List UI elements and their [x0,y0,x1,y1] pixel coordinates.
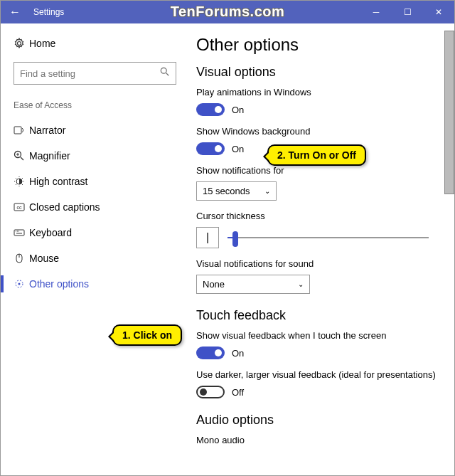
setting-touch-darker: Use darker, larger visual feedback (idea… [196,369,450,398]
search-icon [160,67,170,80]
mouse-icon [14,253,29,264]
closed-captions-icon: cc [14,201,29,213]
chevron-down-icon: ⌄ [264,187,270,195]
sidebar-item-mouse[interactable]: Mouse [1,245,189,271]
sidebar-item-label: Mouse [29,253,59,264]
sidebar-item-label: Keyboard [29,227,72,238]
home-nav[interactable]: Home [1,33,189,53]
search-box[interactable] [14,62,176,85]
keyboard-icon [14,227,29,238]
setting-cursor-thickness: Cursor thickness | [196,211,450,248]
svg-point-0 [161,68,166,73]
magnifier-icon [14,150,29,162]
setting-label: Play animations in Windows [196,87,450,97]
sidebar: Home Ease of Access Narrator Magnifier H… [1,23,189,475]
touch-visual-toggle[interactable] [196,347,225,359]
notifications-dropdown[interactable]: 15 seconds ⌄ [196,181,277,201]
svg-rect-2 [14,127,21,134]
sidebar-item-narrator[interactable]: Narrator [1,117,189,143]
show-background-toggle[interactable] [196,142,225,155]
sidebar-item-label: High contrast [29,176,87,187]
play-animations-toggle[interactable] [196,103,225,116]
svg-point-18 [18,283,21,285]
sidebar-item-label: Magnifier [29,150,70,162]
back-button[interactable]: ← [1,6,29,18]
sidebar-item-high-contrast[interactable]: High contrast [1,169,189,194]
scrollbar-thumb[interactable] [444,31,454,194]
visual-notifications-dropdown[interactable]: None ⌄ [196,275,310,294]
window-controls: ─ ☐ ✕ [360,1,454,23]
cursor-thickness-slider[interactable] [228,237,429,238]
setting-label: Cursor thickness [196,211,450,221]
sidebar-item-closed-captions[interactable]: cc Closed captions [1,194,189,220]
audio-options-heading: Audio options [196,413,450,428]
svg-line-4 [21,157,23,160]
toggle-state: Off [232,387,244,398]
minimize-button[interactable]: ─ [360,1,392,23]
setting-touch-visual: Show visual feedback when I touch the sc… [196,330,450,359]
touch-feedback-heading: Touch feedback [196,308,450,323]
setting-label: Show notifications for [196,165,450,176]
callout-2: 2. Turn On or Off [267,144,366,166]
window-title: Settings [33,7,64,17]
sidebar-item-label: Narrator [29,125,65,136]
slider-thumb[interactable] [232,231,238,247]
sidebar-item-other-options[interactable]: Other options [1,271,189,297]
page-title: Other options [196,35,450,55]
titlebar: ← Settings ─ ☐ ✕ [1,1,454,23]
scrollbar[interactable] [444,31,454,475]
visual-options-heading: Visual options [196,65,450,80]
setting-notifications-duration: Show notifications for 15 seconds ⌄ [196,165,450,201]
setting-label: Show visual feedback when I touch the sc… [196,330,450,341]
mono-audio-label: Mono audio [196,435,450,445]
chevron-down-icon: ⌄ [298,280,304,288]
setting-label: Visual notifications for sound [196,258,450,269]
setting-play-animations: Play animations in Windows On [196,87,450,116]
sidebar-item-label: Closed captions [29,201,100,213]
other-options-icon [14,278,29,290]
high-contrast-icon [14,176,29,187]
dropdown-value: None [203,279,225,290]
setting-label: Use darker, larger visual feedback (idea… [196,369,450,380]
sidebar-item-keyboard[interactable]: Keyboard [1,220,189,245]
touch-darker-toggle[interactable] [196,386,225,398]
search-input[interactable] [20,68,160,79]
toggle-state: On [232,144,244,154]
setting-label: Show Windows background [196,126,450,137]
cursor-preview: | [196,227,219,248]
toggle-state: On [232,105,244,115]
sidebar-item-label: Other options [29,278,89,290]
callout-1: 1. Click on [112,324,182,346]
content: Home Ease of Access Narrator Magnifier H… [1,23,454,475]
sidebar-item-magnifier[interactable]: Magnifier [1,143,189,169]
section-label: Ease of Access [1,97,189,117]
svg-line-1 [166,73,169,76]
svg-text:cc: cc [17,205,23,210]
dropdown-value: 15 seconds [203,186,250,196]
toggle-state: On [232,348,244,359]
setting-visual-notifications: Visual notifications for sound None ⌄ [196,258,450,294]
close-button[interactable]: ✕ [423,1,454,23]
svg-rect-10 [14,230,24,236]
maximize-button[interactable]: ☐ [392,1,423,23]
home-label: Home [29,38,55,49]
gear-icon [14,38,29,49]
narrator-icon [14,125,29,136]
main-panel: Other options Visual options Play animat… [189,23,454,475]
